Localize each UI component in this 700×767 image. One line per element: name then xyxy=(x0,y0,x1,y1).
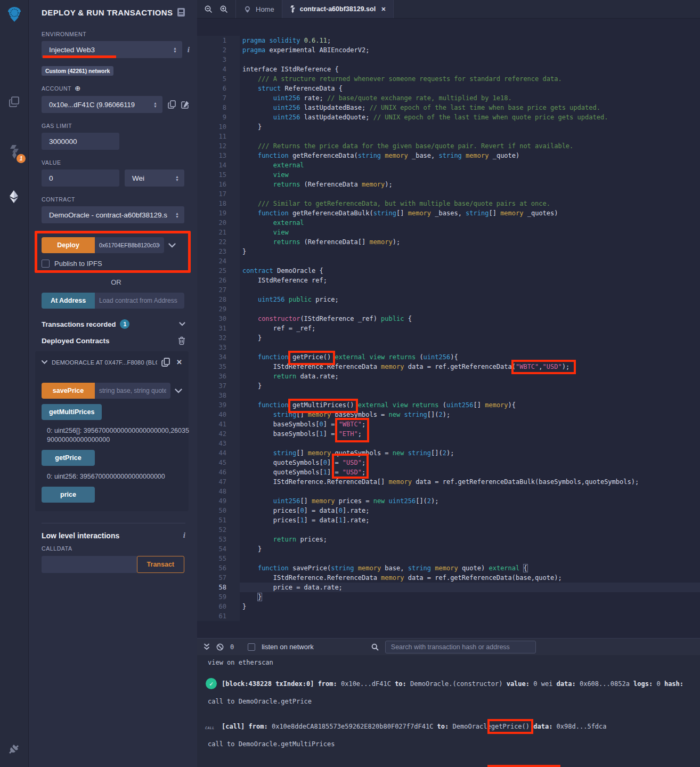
clear-console-icon[interactable] xyxy=(216,643,224,651)
code-line: uint256 rate; // base/quote exchange rat… xyxy=(242,93,639,103)
code-lines[interactable]: pragma solidity 0.6.11;pragma experiment… xyxy=(242,36,639,621)
plugin-manager-icon[interactable] xyxy=(0,735,29,764)
code-line xyxy=(242,611,639,621)
network-badge: Custom (42261) network xyxy=(42,66,113,76)
solidity-file-icon xyxy=(290,5,296,13)
saveprice-args-input[interactable] xyxy=(95,383,170,399)
code-line: struct ReferenceData { xyxy=(242,84,639,93)
terminal-log[interactable]: view on etherscan✓[block:438228 txIndex:… xyxy=(197,658,700,767)
chevron-down-icon[interactable] xyxy=(42,360,47,364)
code-line: function getMultiPrices() external view … xyxy=(242,400,639,410)
icon-sidebar: 1 xyxy=(0,0,29,767)
code-line: } xyxy=(242,247,639,256)
environment-value: Injected Web3 xyxy=(49,46,95,54)
code-line: pragma solidity 0.6.11; xyxy=(242,36,639,45)
copy-icon[interactable] xyxy=(161,358,170,367)
value-input[interactable]: 0 xyxy=(42,169,119,187)
code-line: function getReferenceData(string memory … xyxy=(242,151,639,160)
code-line: prices[0] = data[0].rate; xyxy=(242,506,639,515)
zoom-out-icon[interactable] xyxy=(205,5,213,13)
publish-ipfs-label: Publish to IPFS xyxy=(54,260,102,268)
add-account-icon[interactable]: ⊕ xyxy=(75,84,81,92)
close-tab-icon[interactable]: ✕ xyxy=(381,6,386,13)
collapse-terminal-icon[interactable] xyxy=(204,643,210,650)
code-line: uint256 public price; xyxy=(242,295,639,304)
deployed-contracts-label: Deployed Contracts xyxy=(42,337,110,345)
transact-button[interactable]: Transact xyxy=(137,556,184,573)
code-line: interface IStdReference { xyxy=(242,64,639,74)
contract-select[interactable]: DemoOracle - contract-a60bf38129.s ▲▼ xyxy=(42,206,184,223)
code-line xyxy=(242,391,639,400)
deploy-args-input[interactable] xyxy=(95,237,164,253)
code-line: return prices; xyxy=(242,535,639,544)
listen-network-label: listen on network xyxy=(262,643,314,651)
deployed-contract-card: DEMOORACLE AT 0X47F...F8080 (BLO( ✕ save… xyxy=(35,351,189,511)
code-line: } xyxy=(242,122,639,132)
terminal-line: call to DemoOracle.getPrice xyxy=(208,697,700,706)
chevron-updown-icon: ▲▼ xyxy=(175,175,179,181)
low-level-info-icon[interactable]: i xyxy=(183,531,185,540)
code-line xyxy=(242,189,639,199)
zoom-in-icon[interactable] xyxy=(220,5,228,13)
calldata-input[interactable] xyxy=(42,556,137,573)
terminal-toolbar: 0 listen on network xyxy=(197,638,700,655)
contract-label: CONTRACT xyxy=(42,196,191,203)
code-line: /// A structure returned whenever someon… xyxy=(242,74,639,84)
code-line: } xyxy=(242,602,639,611)
price-button[interactable]: price xyxy=(42,487,95,503)
code-line: baseSymbols[0] = "WBTC"; xyxy=(242,419,639,429)
deploy-run-panel: DEPLOY & RUN TRANSACTIONS ENVIRONMENT In… xyxy=(29,0,197,767)
account-select[interactable]: 0x10e...dF41C (9.96066119 ▲▼ xyxy=(42,96,162,113)
solidity-compiler-icon[interactable]: 1 xyxy=(0,138,29,166)
code-line: /// Similar to getReferenceData, but wit… xyxy=(242,199,639,208)
code-line: uint256[] memory prices = new uint256[](… xyxy=(242,496,639,506)
editor-tabbar: Home contract-a60bf38129.sol ✕ xyxy=(197,0,700,19)
at-address-input[interactable] xyxy=(95,293,184,309)
copy-account-icon[interactable] xyxy=(168,100,176,109)
getmultiprices-button[interactable]: getMultiPrices xyxy=(42,404,102,420)
code-line: function getReferenceDataBulk(string[] m… xyxy=(242,208,639,218)
code-line xyxy=(242,256,639,266)
environment-info-icon[interactable]: i xyxy=(188,45,190,54)
getmultiprices-result: 0: uint256[]: 39567000000000000000000,26… xyxy=(47,426,192,445)
publish-ipfs-checkbox[interactable] xyxy=(42,260,50,268)
listen-network-checkbox[interactable] xyxy=(248,643,255,651)
at-address-button[interactable]: At Address xyxy=(42,293,95,309)
chevron-down-icon[interactable] xyxy=(179,322,185,326)
chevron-down-icon[interactable] xyxy=(175,389,182,393)
chevron-down-icon[interactable] xyxy=(168,243,176,248)
remix-logo-icon[interactable] xyxy=(0,0,29,29)
code-line: IStdReference.ReferenceData memory data … xyxy=(242,362,639,372)
terminal-line: CALL[call] from: 0x10e8ddeCA8185573e5926… xyxy=(222,722,700,731)
value-unit-select[interactable]: Wei ▲▼ xyxy=(125,169,184,187)
terminal-search-input[interactable] xyxy=(385,641,536,653)
divider xyxy=(42,523,185,523)
value-label: VALUE xyxy=(42,159,191,166)
close-icon[interactable]: ✕ xyxy=(176,358,182,366)
trash-icon[interactable] xyxy=(178,336,185,345)
call-badge: CALL xyxy=(205,724,215,732)
edit-account-icon[interactable] xyxy=(181,100,190,109)
deploy-section: Deploy Publish to IPFS xyxy=(35,231,191,273)
gas-limit-input[interactable]: 3000000 xyxy=(42,133,119,150)
code-line: } xyxy=(242,333,639,343)
annotation-underline xyxy=(43,55,116,58)
deploy-button[interactable]: Deploy xyxy=(42,237,95,253)
or-label: OR xyxy=(42,278,191,286)
saveprice-button[interactable]: savePrice xyxy=(42,383,95,399)
book-icon[interactable] xyxy=(177,7,185,17)
editor-gutter[interactable]: 1234567891011121314151617181920212223242… xyxy=(197,36,240,621)
getprice-button[interactable]: getPrice xyxy=(42,450,95,466)
deploy-run-icon[interactable] xyxy=(0,182,29,211)
code-line xyxy=(242,525,639,535)
code-line: quoteSymbols[0] = "USD"; xyxy=(242,458,639,467)
code-line xyxy=(242,554,639,563)
chevron-updown-icon: ▲▼ xyxy=(175,212,179,218)
code-line: } xyxy=(242,381,639,391)
environment-select[interactable]: Injected Web3 ▲▼ xyxy=(42,41,182,58)
tab-home[interactable]: Home xyxy=(235,0,282,18)
code-line: uint256 lastUpdatedQuote; // UNIX epoch … xyxy=(242,112,639,122)
tab-contract-file[interactable]: contract-a60bf38129.sol ✕ xyxy=(282,0,394,18)
file-explorer-icon[interactable] xyxy=(0,87,29,116)
transactions-count-badge: 1 xyxy=(120,319,129,329)
